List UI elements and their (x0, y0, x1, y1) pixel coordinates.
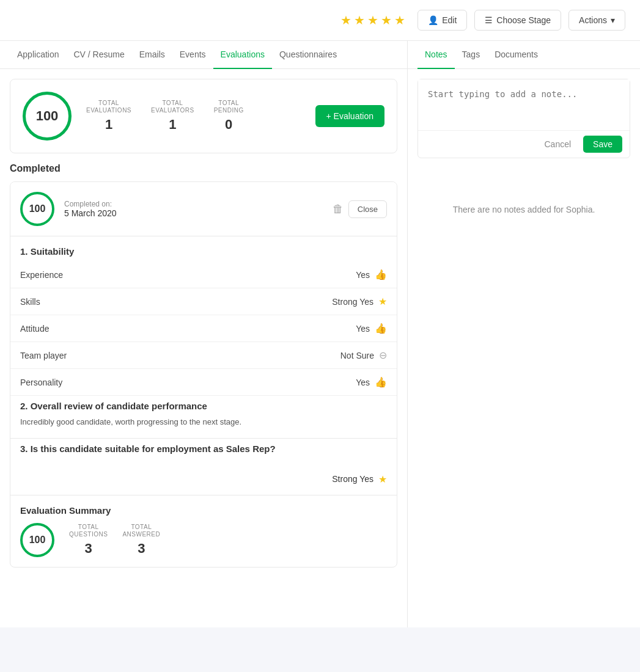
notes-action-buttons: Cancel Save (418, 130, 630, 158)
eval-summary-stats: 100 TOTALQUESTIONS 3 TOTALANSWERED 3 (20, 523, 387, 557)
eval-summary-section: Evaluation Summary 100 TOTALQUESTIONS 3 … (10, 495, 397, 567)
star-3[interactable]: ★ (367, 13, 378, 27)
total-evaluators-label: TOTALEVALUATORS (151, 100, 194, 114)
total-evaluations-value: 1 (86, 117, 131, 133)
stats-section: 100 TOTALEVALUATIONS 1 TOTALEVALUATORS 1… (10, 79, 397, 153)
overall-review-text: Incredibly good candidate, worth progres… (20, 416, 387, 428)
tab-evaluations[interactable]: Evaluations (213, 41, 272, 69)
eval-summary-title: Evaluation Summary (20, 505, 387, 516)
tab-emails[interactable]: Emails (132, 41, 172, 69)
stage-icon: ☰ (485, 15, 493, 25)
top-bar: ★ ★ ★ ★ ★ 👤 Edit ☰ Choose Stage Actions … (0, 0, 640, 41)
edit-label: Edit (442, 15, 457, 25)
attitude-text: Yes (356, 324, 370, 334)
tab-cv-resume[interactable]: CV / Resume (67, 41, 132, 69)
attitude-value: Yes 👍 (356, 323, 387, 334)
experience-text: Yes (356, 270, 370, 280)
total-pending-stat: TOTALPENDING 0 (214, 100, 244, 133)
overall-review-title: 2. Overall review of candidate performan… (20, 401, 387, 411)
add-evaluation-button[interactable]: + Evaluation (315, 105, 384, 127)
total-pending-value: 0 (214, 117, 244, 133)
criteria-row-experience: Experience Yes 👍 (10, 261, 397, 288)
notes-save-button[interactable]: Save (583, 136, 622, 153)
skills-icon: ★ (378, 296, 387, 307)
star-4[interactable]: ★ (381, 13, 392, 27)
rating-stars[interactable]: ★ ★ ★ ★ ★ (340, 13, 405, 27)
total-questions-label: TOTALQUESTIONS (69, 524, 108, 538)
evaluation-card: 100 Completed on: 5 March 2020 🗑 Close 1… (10, 181, 397, 568)
tab-application[interactable]: Application (10, 41, 67, 69)
eval-card-actions: 🗑 Close (333, 200, 387, 218)
eval-meta: Completed on: 5 March 2020 (64, 200, 323, 218)
actions-button[interactable]: Actions ▾ (568, 10, 625, 31)
criteria-row-skills: Skills Strong Yes ★ (10, 288, 397, 315)
star-2[interactable]: ★ (354, 13, 365, 27)
completed-title: Completed (10, 163, 397, 174)
notes-cancel-button[interactable]: Cancel (537, 136, 578, 153)
experience-label: Experience (20, 270, 356, 280)
star-1[interactable]: ★ (340, 13, 351, 27)
add-eval-label: + Evaluation (326, 111, 373, 121)
team-player-value: Not Sure ⊖ (340, 349, 387, 361)
right-tab-nav: Notes Tags Documents (408, 41, 640, 69)
total-answered-stat: TOTALANSWERED 3 (122, 524, 160, 557)
total-answered-label: TOTALANSWERED (122, 524, 160, 538)
actions-label: Actions (579, 15, 607, 25)
no-notes-message: There are no notes added for Sophia. (408, 195, 640, 224)
total-evaluators-value: 1 (151, 117, 194, 133)
eval-score-value: 100 (29, 203, 46, 214)
tab-tags[interactable]: Tags (455, 41, 488, 69)
suitability-title: 1. Suitability (10, 236, 397, 261)
summary-score-circle: 100 (20, 523, 54, 557)
overall-score-value: 100 (36, 108, 59, 124)
total-pending-label: TOTALPENDING (214, 100, 244, 114)
right-panel: Notes Tags Documents Cancel Save There a… (408, 41, 640, 627)
tab-notes[interactable]: Notes (417, 41, 455, 69)
main-container: Application CV / Resume Emails Events Ev… (0, 41, 640, 627)
tab-events[interactable]: Events (172, 41, 213, 69)
completed-section: Completed 100 Completed on: 5 March 2020… (10, 163, 397, 568)
choose-stage-button[interactable]: ☰ Choose Stage (474, 10, 561, 31)
left-tab-nav: Application CV / Resume Emails Events Ev… (0, 41, 407, 69)
total-questions-stat: TOTALQUESTIONS 3 (69, 524, 108, 557)
edit-button[interactable]: 👤 Edit (417, 10, 467, 31)
personality-value: Yes 👍 (356, 376, 387, 388)
employment-value-text: Strong Yes (332, 474, 373, 484)
team-player-label: Team player (20, 351, 340, 360)
left-panel: Application CV / Resume Emails Events Ev… (0, 41, 408, 627)
close-eval-button[interactable]: Close (348, 200, 387, 218)
attitude-icon: 👍 (375, 323, 387, 334)
skills-value: Strong Yes ★ (332, 296, 387, 307)
skills-text: Strong Yes (332, 297, 373, 307)
tab-documents[interactable]: Documents (487, 41, 545, 69)
employment-answer-row: Strong Yes ★ (10, 469, 397, 495)
attitude-label: Attitude (20, 324, 356, 334)
experience-icon: 👍 (375, 269, 387, 280)
criteria-row-team-player: Team player Not Sure ⊖ (10, 342, 397, 369)
stats-group: TOTALEVALUATIONS 1 TOTALEVALUATORS 1 TOT… (86, 100, 301, 133)
total-evaluators-stat: TOTALEVALUATORS 1 (151, 100, 194, 133)
total-evaluations-label: TOTALEVALUATIONS (86, 100, 131, 114)
team-player-text: Not Sure (340, 351, 374, 360)
personality-label: Personality (20, 378, 356, 387)
overall-review-section: 2. Overall review of candidate performan… (10, 396, 397, 438)
notes-textarea[interactable] (418, 79, 630, 128)
employment-question-title: 3. Is this candidate suitable for employ… (20, 444, 387, 454)
criteria-row-personality: Personality Yes 👍 (10, 369, 397, 396)
completed-on-date: 5 March 2020 (64, 208, 323, 218)
delete-eval-icon[interactable]: 🗑 (333, 203, 344, 216)
total-evaluations-stat: TOTALEVALUATIONS 1 (86, 100, 131, 133)
completed-on-label: Completed on: (64, 200, 323, 208)
edit-icon: 👤 (428, 15, 438, 25)
star-5[interactable]: ★ (394, 13, 405, 27)
total-answered-value: 3 (122, 541, 160, 557)
eval-score-circle: 100 (20, 192, 54, 226)
notes-input-area: Cancel Save (417, 79, 630, 158)
tab-questionnaires[interactable]: Questionnaires (272, 41, 344, 69)
overall-score-circle: 100 (23, 92, 72, 141)
employment-icon: ★ (378, 473, 387, 485)
experience-value: Yes 👍 (356, 269, 387, 280)
actions-chevron-icon: ▾ (611, 15, 615, 25)
add-eval-area: + Evaluation (315, 105, 384, 127)
eval-card-header: 100 Completed on: 5 March 2020 🗑 Close (10, 182, 397, 236)
